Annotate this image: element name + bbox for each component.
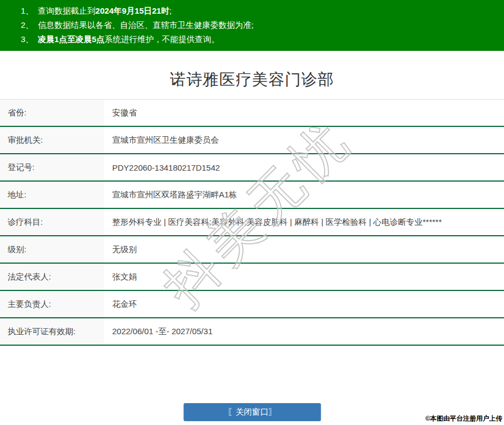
row-label: 执业许可证有效期: bbox=[0, 318, 104, 345]
notice-line-2: 2、 信息数据结果以各省、自治区、直辖市卫生健康委数据为准; bbox=[21, 18, 504, 32]
row-value: 无级别 bbox=[104, 236, 504, 263]
row-value: 宣城市宣州区卫生健康委员会 bbox=[104, 126, 504, 154]
upload-attribution-note: ©本图由平台注册用户上传 bbox=[425, 414, 502, 423]
page-title: 诺诗雅医疗美容门诊部 bbox=[0, 69, 504, 91]
notice-number: 2、 bbox=[21, 18, 33, 32]
row-label: 省份: bbox=[0, 100, 104, 127]
row-label: 审批机关: bbox=[0, 126, 104, 154]
table-row-address: 地址: 宣城市宣州区双塔路盛宇湖畔A1栋 bbox=[0, 181, 504, 208]
row-value: PDY22060-134180217D1542 bbox=[104, 154, 504, 181]
notice-line-1: 1、 查询数据截止到2024年9月15日21时; bbox=[21, 4, 504, 18]
table-row-province: 省份: 安徽省 bbox=[0, 100, 504, 127]
row-value: 2022/06/01 -至- 2027/05/31 bbox=[104, 318, 504, 345]
row-label: 法定代表人: bbox=[0, 263, 104, 290]
row-value: 安徽省 bbox=[104, 100, 504, 127]
table-row-license-validity: 执业许可证有效期: 2022/06/01 -至- 2027/05/31 bbox=[0, 318, 504, 345]
row-label: 级别: bbox=[0, 236, 104, 263]
notice-text: 查询数据截止到2024年9月15日21时; bbox=[38, 4, 171, 18]
table-row-main-person-in-charge: 主要负责人: 花金环 bbox=[0, 290, 504, 318]
notice-banner: 1、 查询数据截止到2024年9月15日21时; 2、 信息数据结果以各省、自治… bbox=[0, 0, 504, 51]
notice-line-3: 3、 凌晨1点至凌晨5点系统进行维护，不能提供查询。 bbox=[21, 32, 504, 46]
row-value: 整形外科专业 | 医疗美容科;美容外科;美容皮肤科 | 麻醉科 | 医学检验科 … bbox=[104, 208, 504, 236]
row-label: 登记号: bbox=[0, 154, 104, 181]
row-value: 张文娟 bbox=[104, 263, 504, 290]
notice-text: 信息数据结果以各省、自治区、直辖市卫生健康委数据为准; bbox=[38, 18, 253, 32]
row-label: 主要负责人: bbox=[0, 290, 104, 318]
notice-number: 1、 bbox=[21, 4, 33, 18]
row-value: 花金环 bbox=[104, 290, 504, 318]
table-row-level: 级别: 无级别 bbox=[0, 236, 504, 263]
notice-number: 3、 bbox=[21, 32, 33, 46]
table-row-registration-number: 登记号: PDY22060-134180217D1542 bbox=[0, 154, 504, 181]
table-row-approval-authority: 审批机关: 宣城市宣州区卫生健康委员会 bbox=[0, 126, 504, 154]
close-window-button[interactable]: 〖关闭窗口〗 bbox=[183, 403, 321, 421]
row-label: 诊疗科目: bbox=[0, 208, 104, 236]
row-label: 地址: bbox=[0, 181, 104, 208]
table-row-medical-subjects: 诊疗科目: 整形外科专业 | 医疗美容科;美容外科;美容皮肤科 | 麻醉科 | … bbox=[0, 208, 504, 236]
institution-info-table: 省份: 安徽省 审批机关: 宣城市宣州区卫生健康委员会 登记号: PDY2206… bbox=[0, 99, 504, 346]
table-row-legal-representative: 法定代表人: 张文娟 bbox=[0, 263, 504, 290]
notice-text: 凌晨1点至凌晨5点系统进行维护，不能提供查询。 bbox=[38, 32, 219, 46]
row-value: 宣城市宣州区双塔路盛宇湖畔A1栋 bbox=[104, 181, 504, 208]
